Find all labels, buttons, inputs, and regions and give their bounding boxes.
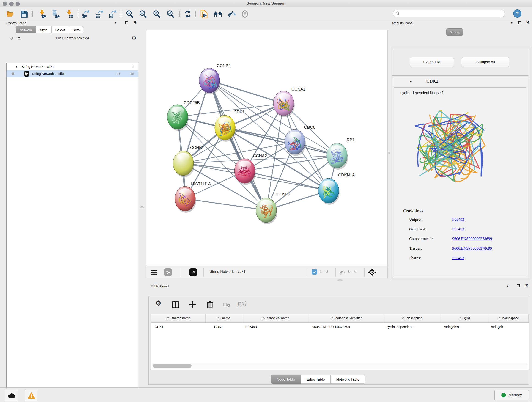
tab-network-table[interactable]: Network Table	[330, 375, 365, 384]
network-node[interactable]	[285, 129, 306, 156]
warnings-button[interactable]	[25, 390, 38, 401]
table-cell[interactable]: cyclin–dependent ...	[383, 323, 441, 331]
import-table-from-file-button[interactable]	[64, 9, 75, 19]
network-tree: ▼ String Network – cdk1 1 String Network…	[6, 63, 138, 400]
crosslink-link[interactable]: 9606.ENSP00000378699	[452, 236, 492, 241]
network-node[interactable]	[256, 198, 277, 224]
results-panel-menu-icon[interactable]: ▼	[510, 22, 513, 24]
zoom-in-button[interactable]	[124, 9, 135, 19]
network-node[interactable]	[215, 115, 236, 142]
sitemap-icon	[402, 317, 405, 320]
table-hscrollbar[interactable]	[152, 363, 527, 369]
table-panel-float-icon[interactable]	[517, 284, 520, 287]
share-documents-button[interactable]	[199, 9, 209, 19]
control-panel-close-icon[interactable]: ✖	[133, 21, 136, 24]
split-table-icon[interactable]	[172, 301, 179, 308]
tree-expand-icon[interactable]: ▼	[15, 65, 18, 68]
help-button[interactable]: ?	[513, 9, 521, 18]
column-header-shared-name[interactable]: shared name	[152, 314, 206, 322]
results-panel-float-icon[interactable]	[518, 21, 521, 24]
crosslink-link[interactable]: P06493	[452, 217, 464, 222]
bottom-splitter-handle[interactable]	[338, 279, 342, 281]
save-session-button[interactable]	[19, 9, 29, 19]
tab-string[interactable]: String	[446, 28, 463, 36]
crosslink-link[interactable]: P06493	[452, 256, 464, 260]
cloud-button[interactable]	[5, 390, 18, 401]
hscroll-thumb[interactable]	[152, 364, 191, 368]
houses-button[interactable]	[213, 9, 223, 19]
zoom-fit-button[interactable]	[152, 9, 162, 19]
network-label: String Network – cdk1	[32, 72, 65, 76]
hide-button[interactable]	[226, 9, 237, 19]
network-node[interactable]	[234, 159, 256, 185]
crosslink-link[interactable]: P06493	[452, 227, 464, 231]
delete-column-trash-icon[interactable]	[206, 300, 213, 308]
control-panel-menu-icon[interactable]: ▼	[114, 22, 117, 24]
collapse-all-button[interactable]: Collapse All	[461, 57, 509, 67]
crosslink-link[interactable]: 9606.ENSP00000378699	[452, 246, 492, 251]
network-edge[interactable]	[209, 80, 266, 210]
import-network-from-database-button[interactable]	[50, 9, 61, 19]
export-network-button[interactable]	[81, 9, 91, 19]
search-input[interactable]	[400, 12, 500, 16]
network-row[interactable]: String Network – cdk1 11 48	[7, 70, 138, 77]
export-image-button[interactable]	[107, 9, 118, 19]
show-button[interactable]	[240, 9, 250, 19]
table-panel-menu-icon[interactable]: ▼	[506, 285, 509, 287]
birdseye-toggle-icon[interactable]	[189, 268, 197, 276]
network-node[interactable]	[318, 178, 340, 205]
column-header-description[interactable]: description	[383, 314, 441, 322]
open-file-button[interactable]	[5, 9, 16, 19]
export-table-button[interactable]	[94, 9, 104, 19]
results-entry-panel: ▼ CDK1 cyclin–dependent kinase 1 CrossLi…	[392, 77, 528, 278]
table-cell[interactable]: 9606.ENSP00000378699	[309, 323, 383, 331]
left-splitter-handle[interactable]	[140, 206, 144, 208]
column-header-namespace[interactable]: namespace	[488, 314, 529, 322]
network-node[interactable]	[327, 143, 348, 170]
network-node[interactable]	[273, 91, 295, 117]
tab-node-table[interactable]: Node Table	[271, 375, 301, 384]
crosslinks-title: CrossLinks	[403, 209, 423, 213]
table-settings-gear-icon[interactable]: ⚙	[155, 299, 161, 307]
table-cell[interactable]: stringdb:9...	[441, 323, 488, 331]
grid-view-icon[interactable]	[151, 269, 157, 275]
tab-style[interactable]: Style	[36, 26, 51, 33]
network-node[interactable]	[173, 151, 194, 177]
string-view-icon[interactable]	[164, 268, 172, 276]
tab-edge-table[interactable]: Edge Table	[301, 375, 331, 384]
column-header-name[interactable]: name	[206, 314, 242, 322]
table-panel-close-icon[interactable]: ✖	[525, 284, 528, 287]
hidden-eye-slash-icon[interactable]	[339, 269, 346, 275]
network-edge[interactable]	[185, 199, 266, 210]
crosshair-icon[interactable]	[368, 268, 376, 276]
table-cell[interactable]: CDK1	[152, 323, 206, 331]
import-network-from-file-button[interactable]	[37, 9, 47, 19]
entry-collapse-icon[interactable]: ▼	[409, 80, 412, 83]
table-cell[interactable]: CDK1	[206, 323, 242, 331]
tab-sets[interactable]: Sets	[69, 26, 83, 33]
add-column-icon[interactable]	[189, 301, 196, 308]
column-header--id[interactable]: @id	[441, 314, 488, 322]
gear-icon[interactable]: ⚙	[132, 35, 136, 41]
network-edge[interactable]	[245, 171, 329, 191]
network-edge[interactable]	[209, 80, 284, 103]
memory-button[interactable]: Memory	[494, 390, 529, 400]
network-node[interactable]	[199, 68, 220, 95]
column-header-canonical-name[interactable]: canonical name	[242, 314, 309, 322]
selected-checkbox-icon[interactable]	[312, 269, 317, 274]
control-panel-float-icon[interactable]	[125, 21, 128, 24]
tab-network[interactable]: Network	[16, 26, 36, 33]
zoom-selected-button[interactable]	[165, 9, 176, 19]
network-collection-row[interactable]: ▼ String Network – cdk1 1	[7, 63, 138, 70]
table-cell[interactable]: P06493	[242, 323, 309, 331]
results-panel-close-icon[interactable]: ✖	[526, 21, 529, 24]
network-node[interactable]	[175, 186, 196, 213]
network-canvas[interactable]: CCNB2CCNA1CDC25BCDK1CDC6RB1CCNB1CCNA2CDK…	[146, 30, 388, 266]
column-header-database-identifier[interactable]: database identifier	[309, 314, 383, 322]
tab-select[interactable]: Select	[51, 26, 69, 33]
expand-all-button[interactable]: Expand All	[410, 57, 454, 67]
table-cell[interactable]: stringdb	[488, 323, 529, 331]
entry-description: cyclin–dependent kinase 1	[400, 91, 444, 95]
zoom-out-button[interactable]	[138, 9, 148, 19]
refresh-button[interactable]	[183, 9, 193, 19]
